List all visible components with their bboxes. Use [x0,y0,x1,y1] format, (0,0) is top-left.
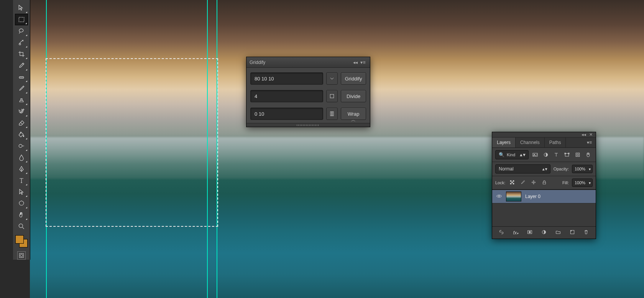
filter-toggle-switch[interactable] [584,151,593,159]
svg-rect-25 [543,182,546,184]
fill-input[interactable]: 100% ▾ [572,178,593,187]
svg-point-3 [19,144,22,147]
svg-rect-0 [19,17,24,22]
svg-point-6 [20,254,23,257]
wrap-button[interactable]: Wrap ︿ [341,108,366,120]
svg-rect-21 [512,182,513,183]
panel-header[interactable]: Griddify ◂◂ ▾≡ [246,57,370,68]
layer-list[interactable]: Layer 0 [492,190,596,226]
spot-healing-brush-tool[interactable] [15,71,28,83]
clone-stamp-tool[interactable] [15,94,28,106]
horizontal-type-tool[interactable] [15,175,28,186]
crop-tool[interactable] [15,48,28,60]
svg-rect-16 [576,153,580,156]
quick-mask-toggle[interactable] [17,251,26,260]
layer-name[interactable]: Layer 0 [525,194,540,199]
history-brush-tool[interactable] [15,106,28,117]
panel-collapse-icon[interactable]: ◂◂ [582,132,586,137]
visibility-eye-icon[interactable] [496,193,502,200]
shape-filter-icon[interactable] [563,151,571,159]
group-icon[interactable] [554,229,563,236]
pen-tool[interactable] [15,163,28,175]
lock-label: Lock: [495,180,505,185]
lasso-tool[interactable] [15,25,28,37]
panel-menu-icon[interactable]: ▾≡ [359,60,367,65]
hand-tool[interactable] [15,209,28,221]
opacity-input[interactable]: 100% ▾ [572,165,593,173]
wrap-margins-button[interactable] [326,108,338,120]
eraser-tool[interactable] [15,117,28,129]
eyedropper-tool[interactable] [15,60,28,71]
panel-close-icon[interactable]: ✕ [589,132,593,137]
griddify-dropdown-button[interactable] [326,72,338,85]
panel-title: Griddify [250,60,352,65]
divide-bounds-button[interactable] [326,90,338,102]
brush-tool[interactable] [15,83,28,94]
svg-point-4 [19,224,23,228]
griddify-values-input[interactable] [250,72,323,85]
link-layers-icon[interactable] [497,229,506,236]
chevron-up-icon: ︿ [351,117,356,123]
layer-row[interactable]: Layer 0 [492,190,596,203]
smartobject-filter-icon[interactable] [573,151,582,159]
svg-rect-23 [510,183,512,184]
tab-layers[interactable]: Layers [492,138,516,147]
svg-point-26 [498,195,500,197]
quick-selection-tool[interactable] [15,37,28,48]
svg-point-28 [529,231,531,233]
svg-point-19 [587,153,589,155]
opacity-label: Opacity: [554,167,569,171]
lock-position-icon[interactable] [530,180,537,186]
delete-layer-icon[interactable] [582,229,591,236]
griddify-button[interactable]: Griddify [341,72,366,85]
layer-filter-kind-select[interactable]: 🔍 Kind ▲▼ [495,150,529,159]
svg-rect-17 [577,154,578,156]
paint-bucket-tool[interactable] [15,129,28,140]
tools-panel [13,0,30,260]
lock-transparency-icon[interactable] [508,180,516,186]
color-swatches[interactable] [15,234,28,248]
adjustment-filter-icon[interactable] [542,151,550,159]
fill-label: Fill: [562,180,569,185]
layer-mask-icon[interactable] [525,229,534,236]
layers-panel[interactable]: ◂◂ ✕ Layers Channels Paths ▾≡ 🔍 Kind ▲▼ … [492,132,596,239]
marquee-selection[interactable] [46,58,218,227]
svg-rect-20 [510,180,512,182]
path-selection-tool[interactable] [15,186,28,198]
panel-collapse-icon[interactable]: ◂◂ [352,60,359,65]
blend-mode-select[interactable]: Normal ▲▼ [495,164,550,174]
divide-value-input[interactable] [250,90,323,102]
svg-rect-8 [330,112,332,116]
panel-menu-icon[interactable]: ▾≡ [583,138,596,147]
foreground-color-swatch[interactable] [15,235,24,244]
move-tool[interactable] [15,2,28,14]
lock-image-icon[interactable] [519,180,527,186]
adjustment-layer-icon[interactable] [539,229,549,236]
tab-channels[interactable]: Channels [516,138,545,147]
zoom-tool[interactable] [15,221,28,232]
svg-rect-22 [513,180,514,182]
svg-rect-9 [332,112,334,116]
svg-rect-24 [513,183,514,184]
custom-shape-tool[interactable] [15,198,28,209]
panel-tabs: Layers Channels Paths ▾≡ [492,138,596,148]
divide-button[interactable]: Divide [341,90,366,102]
search-icon: 🔍 [499,152,504,157]
dodge-tool[interactable] [15,140,28,152]
blur-tool[interactable] [15,152,28,163]
chevron-updown-icon: ▲▼ [542,167,547,171]
chevron-down-icon: ▾ [589,167,591,171]
griddify-panel[interactable]: Griddify ◂◂ ▾≡ Griddify Divide Wrap [246,57,370,127]
wrap-values-input[interactable] [250,108,323,120]
rectangular-marquee-tool[interactable] [15,14,28,25]
lock-all-icon[interactable] [540,180,548,186]
layer-thumbnail[interactable] [506,192,521,201]
pixel-filter-icon[interactable] [531,151,539,159]
type-filter-icon[interactable] [552,151,561,159]
panel-resize-grip[interactable] [246,123,370,127]
tab-paths[interactable]: Paths [545,138,566,147]
layer-style-fx-icon[interactable]: fx▾ [511,230,520,236]
new-layer-icon[interactable] [568,229,577,236]
panel-topstrip: ◂◂ ✕ [492,132,596,138]
svg-rect-7 [330,94,334,98]
